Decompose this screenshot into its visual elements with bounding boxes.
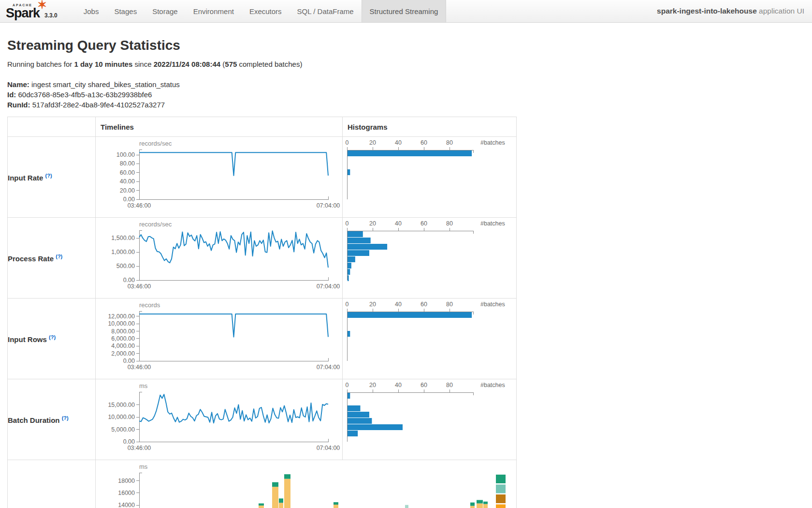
svg-text:14000: 14000 bbox=[118, 502, 135, 508]
stacked-bar-segment bbox=[470, 503, 475, 506]
svg-text:60: 60 bbox=[420, 139, 427, 146]
svg-text:16000: 16000 bbox=[118, 490, 135, 496]
row-label-cell bbox=[8, 460, 96, 508]
legend-swatch bbox=[496, 494, 506, 503]
stacked-bar-segment bbox=[272, 482, 278, 487]
running-duration: 1 day 10 minutes bbox=[74, 60, 132, 68]
timeline-svg: records0.002,000.004,000.006,000.008,000… bbox=[96, 299, 342, 379]
operation-duration-cell: ms140001600018000 bbox=[96, 460, 517, 508]
svg-text:07:04:00: 07:04:00 bbox=[317, 283, 340, 290]
query-id-line: Id: 60dc3768-85e3-4fb5-a13c-63b29938bfe6 bbox=[7, 90, 812, 100]
timeline-svg: records/sec0.0020.0040.0060.0080.00100.0… bbox=[96, 137, 342, 217]
histogram-bar bbox=[348, 405, 361, 411]
svg-text:5,000.00: 5,000.00 bbox=[111, 426, 135, 433]
help-tooltip[interactable]: (?) bbox=[49, 334, 56, 340]
spark-logo[interactable]: APACHE Spark✶ 3.3.0 bbox=[0, 0, 62, 22]
application-name: spark-ingest-into-lakehouse bbox=[657, 7, 757, 15]
stacked-bar-segment bbox=[483, 502, 488, 504]
histogram-bar bbox=[348, 393, 350, 399]
svg-text:20: 20 bbox=[369, 301, 376, 308]
timeline-cell: records/sec0.0020.0040.0060.0080.00100.0… bbox=[96, 137, 343, 218]
svg-text:40: 40 bbox=[395, 139, 402, 146]
histogram-bar bbox=[348, 263, 351, 269]
running-batches-line: Running batches for 1 day 10 minutes sin… bbox=[7, 60, 812, 68]
row-label-cell: Process Rate (?) bbox=[8, 218, 96, 299]
histogram-bar bbox=[348, 331, 350, 337]
stacked-bar-segment bbox=[279, 503, 283, 508]
histogram-svg: 020406080#batches bbox=[343, 379, 516, 460]
histogram-cell: 020406080#batches bbox=[343, 218, 517, 299]
svg-text:40: 40 bbox=[395, 220, 402, 227]
svg-text:6,000.00: 6,000.00 bbox=[111, 335, 135, 342]
svg-text:80.00: 80.00 bbox=[120, 160, 135, 167]
histogram-bar bbox=[348, 169, 350, 175]
top-nav: APACHE Spark✶ 3.3.0 JobsStagesStorageEnv… bbox=[0, 0, 812, 23]
svg-text:0: 0 bbox=[346, 220, 349, 227]
svg-text:60: 60 bbox=[420, 220, 427, 227]
svg-text:10,000.00: 10,000.00 bbox=[108, 414, 135, 420]
stacked-bar-segment bbox=[272, 487, 278, 508]
tab-jobs[interactable]: Jobs bbox=[76, 0, 107, 22]
svg-text:0: 0 bbox=[346, 301, 349, 308]
svg-text:07:04:00: 07:04:00 bbox=[317, 445, 340, 451]
tab-stages[interactable]: Stages bbox=[106, 0, 145, 22]
histogram-bar bbox=[348, 231, 363, 237]
unit-label: ms bbox=[139, 463, 148, 470]
svg-text:15,000.00: 15,000.00 bbox=[108, 402, 135, 408]
unit-label: records bbox=[139, 301, 160, 309]
svg-text:03:46:00: 03:46:00 bbox=[128, 445, 151, 451]
svg-text:0.00: 0.00 bbox=[123, 277, 135, 284]
svg-text:20: 20 bbox=[369, 220, 376, 227]
timeline-series bbox=[139, 231, 328, 268]
stats-header-row: Timelines Histograms bbox=[8, 117, 517, 137]
svg-text:03:46:00: 03:46:00 bbox=[128, 364, 151, 371]
histogram-bar bbox=[348, 150, 472, 156]
stacked-bar-segment bbox=[483, 504, 488, 508]
svg-text:60: 60 bbox=[420, 382, 427, 388]
header-empty-cell bbox=[8, 117, 96, 137]
histogram-bar bbox=[348, 250, 369, 256]
histogram-bar bbox=[348, 275, 349, 281]
unit-label: records/sec bbox=[139, 221, 172, 228]
stacked-bar-segment bbox=[405, 505, 408, 508]
stacked-bar-segment bbox=[284, 479, 290, 508]
help-tooltip[interactable]: (?) bbox=[56, 254, 62, 259]
timeline-series bbox=[139, 314, 328, 337]
tab-storage[interactable]: Storage bbox=[145, 0, 186, 22]
application-title-suffix: application UI bbox=[757, 7, 804, 15]
stats-row: Process Rate (?)records/sec0.00500.001,0… bbox=[8, 218, 517, 299]
histogram-bar bbox=[348, 431, 358, 436]
help-tooltip[interactable]: (?) bbox=[62, 415, 69, 421]
svg-text:40.00: 40.00 bbox=[120, 178, 135, 185]
tab-environment[interactable]: Environment bbox=[186, 0, 242, 22]
stacked-bar-segment bbox=[477, 500, 483, 504]
unit-label: ms bbox=[139, 382, 148, 389]
header-timelines: Timelines bbox=[96, 117, 343, 137]
svg-text:20: 20 bbox=[369, 382, 376, 388]
tab-executors[interactable]: Executors bbox=[242, 0, 290, 22]
metric-label: Process Rate bbox=[8, 254, 56, 263]
svg-text:10,000.00: 10,000.00 bbox=[108, 320, 135, 327]
svg-text:100.00: 100.00 bbox=[116, 151, 135, 158]
tab-structured-streaming[interactable]: Structured Streaming bbox=[362, 0, 447, 22]
row-label-cell: Input Rows (?) bbox=[8, 299, 96, 379]
histogram-bar bbox=[348, 424, 403, 430]
stacked-bar-segment bbox=[284, 474, 290, 479]
batches-axis-label: #batches bbox=[480, 382, 505, 388]
stats-row: ms140001600018000 bbox=[8, 460, 517, 508]
stats-row: Batch Duration (?)ms0.005,000.0010,000.0… bbox=[8, 379, 517, 460]
tab-sql-dataframe[interactable]: SQL / DataFrame bbox=[290, 0, 362, 22]
svg-text:0.00: 0.00 bbox=[123, 438, 135, 445]
svg-text:0: 0 bbox=[346, 139, 349, 146]
svg-text:40: 40 bbox=[395, 301, 402, 308]
svg-text:8,000.00: 8,000.00 bbox=[111, 328, 135, 335]
metric-label: Input Rate bbox=[8, 174, 45, 182]
stacked-bar-segment bbox=[279, 498, 283, 503]
svg-text:80: 80 bbox=[446, 301, 453, 308]
stacked-bar-segment bbox=[470, 506, 475, 508]
start-time: 2022/11/24 08:08:44 bbox=[154, 60, 220, 68]
help-tooltip[interactable]: (?) bbox=[45, 173, 52, 179]
svg-text:80: 80 bbox=[446, 139, 453, 146]
svg-text:80: 80 bbox=[446, 220, 453, 227]
svg-text:0.00: 0.00 bbox=[123, 358, 135, 364]
